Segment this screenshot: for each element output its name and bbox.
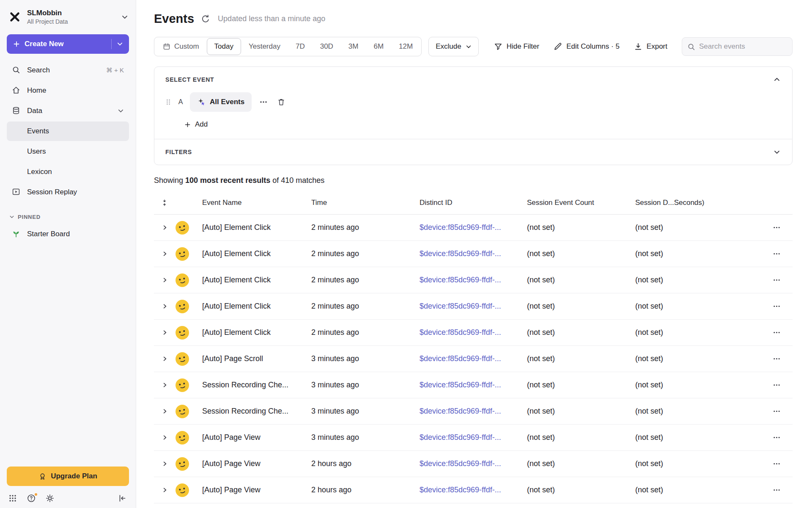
trash-icon[interactable] <box>275 96 287 108</box>
row-expand-chevron-icon[interactable] <box>161 433 169 442</box>
date-range-7d[interactable]: 7D <box>288 38 313 55</box>
row-expand-chevron-icon[interactable] <box>161 224 169 232</box>
row-actions-button[interactable] <box>771 274 782 286</box>
column-header-distinct-id[interactable]: Distinct ID <box>420 199 527 207</box>
page-title: Events <box>154 12 194 26</box>
sidebar-footer <box>0 490 136 505</box>
distinct-id-link[interactable]: $device:f85dc969-ffdf-... <box>420 302 501 310</box>
pencil-icon <box>554 42 562 51</box>
sidebar-item-users[interactable]: Users <box>7 142 129 161</box>
column-header-time[interactable]: Time <box>311 199 420 207</box>
table-row[interactable]: [Auto] Element Click 2 minutes ago $devi… <box>154 320 793 346</box>
gear-icon[interactable] <box>46 494 55 503</box>
row-expand-chevron-icon[interactable] <box>161 302 169 310</box>
hide-filter-button[interactable]: Hide Filter <box>494 42 539 51</box>
time-cell: 3 minutes ago <box>311 354 420 363</box>
date-range-custom[interactable]: Custom <box>155 38 207 55</box>
row-expand-chevron-icon[interactable] <box>161 276 169 284</box>
distinct-id-link[interactable]: $device:f85dc969-ffdf-... <box>420 223 501 232</box>
row-actions-button[interactable] <box>771 458 782 469</box>
row-actions-button[interactable] <box>771 406 782 417</box>
time-cell: 2 minutes ago <box>311 328 420 337</box>
table-row[interactable]: [Auto] Element Click 2 minutes ago $devi… <box>154 215 793 241</box>
sidebar-item-starter-board[interactable]: Starter Board <box>7 224 129 244</box>
table-row[interactable]: [Auto] Element Click 2 minutes ago $devi… <box>154 241 793 267</box>
row-expand-chevron-icon[interactable] <box>161 381 169 389</box>
date-range-6m[interactable]: 6M <box>366 38 391 55</box>
row-expand-chevron-icon[interactable] <box>161 486 169 494</box>
export-button[interactable]: Export <box>634 42 667 51</box>
add-event-button[interactable]: Add <box>184 120 208 129</box>
column-header-session-event-count[interactable]: Session Event Count <box>527 199 635 207</box>
column-header-session-duration[interactable]: Session D...Seconds) <box>635 199 760 207</box>
row-actions-button[interactable] <box>771 484 782 496</box>
table-row[interactable]: [Auto] Element Click 2 minutes ago $devi… <box>154 267 793 293</box>
distinct-id-link[interactable]: $device:f85dc969-ffdf-... <box>420 249 501 258</box>
upgrade-plan-button[interactable]: Upgrade Plan <box>7 467 129 486</box>
date-range-12m[interactable]: 12M <box>391 38 420 55</box>
help-icon[interactable] <box>27 494 36 503</box>
table-row[interactable]: [Auto] Page View 3 minutes ago $device:f… <box>154 425 793 451</box>
distinct-id-link[interactable]: $device:f85dc969-ffdf-... <box>420 459 501 468</box>
search-events-box[interactable] <box>682 37 793 56</box>
sidebar-item-search[interactable]: Search ⌘ + K <box>7 61 129 80</box>
session-duration-cell: (not set) <box>635 302 760 311</box>
expand-section-chevron-down-icon[interactable] <box>773 148 781 156</box>
pinned-section-header[interactable]: PINNED <box>0 202 136 224</box>
event-options-button[interactable] <box>258 96 269 108</box>
create-new-button[interactable]: Create New <box>7 34 129 54</box>
session-duration-cell: (not set) <box>635 486 760 494</box>
date-range-3m[interactable]: 3M <box>341 38 366 55</box>
row-actions-button[interactable] <box>771 432 782 443</box>
date-range-today[interactable]: Today <box>207 38 241 55</box>
table-row[interactable]: Session Recording Che... 3 minutes ago $… <box>154 372 793 398</box>
search-events-input[interactable] <box>699 42 787 51</box>
session-duration-cell: (not set) <box>635 433 760 442</box>
row-actions-button[interactable] <box>771 327 782 338</box>
collapse-section-chevron-up-icon[interactable] <box>773 75 781 84</box>
distinct-id-link[interactable]: $device:f85dc969-ffdf-... <box>420 486 501 494</box>
table-row[interactable]: [Auto] Form Submit 2 hours ago $device:f… <box>154 503 793 508</box>
workspace-switcher[interactable]: SLMobbin All Project Data <box>0 0 136 33</box>
session-event-count-cell: (not set) <box>527 459 635 468</box>
drag-handle-icon[interactable] <box>165 98 171 106</box>
sidebar-item-label: Data <box>27 107 42 115</box>
row-actions-button[interactable] <box>771 248 782 260</box>
date-range-30d[interactable]: 30D <box>313 38 341 55</box>
table-row[interactable]: [Auto] Page Scroll 3 minutes ago $device… <box>154 346 793 372</box>
distinct-id-link[interactable]: $device:f85dc969-ffdf-... <box>420 433 501 442</box>
row-expand-chevron-icon[interactable] <box>161 250 169 258</box>
distinct-id-link[interactable]: $device:f85dc969-ffdf-... <box>420 328 501 337</box>
collapse-sidebar-icon[interactable] <box>118 494 127 503</box>
sidebar-item-lexicon[interactable]: Lexicon <box>7 162 129 182</box>
row-expand-chevron-icon[interactable] <box>161 407 169 415</box>
row-actions-button[interactable] <box>771 353 782 364</box>
date-range-yesterday[interactable]: Yesterday <box>241 38 288 55</box>
sidebar-item-data[interactable]: Data <box>7 101 129 121</box>
table-row[interactable]: [Auto] Element Click 2 minutes ago $devi… <box>154 293 793 320</box>
row-expand-chevron-icon[interactable] <box>161 329 169 337</box>
event-name-cell: [Auto] Element Click <box>202 328 311 337</box>
apps-grid-icon[interactable] <box>8 494 18 503</box>
row-actions-button[interactable] <box>771 222 782 233</box>
sidebar-item-home[interactable]: Home <box>7 81 129 100</box>
table-row[interactable]: [Auto] Page View 2 hours ago $device:f85… <box>154 451 793 477</box>
table-row[interactable]: Session Recording Che... 3 minutes ago $… <box>154 398 793 425</box>
all-events-chip[interactable]: All Events <box>190 92 252 112</box>
row-expand-chevron-icon[interactable] <box>161 460 169 468</box>
edit-columns-button[interactable]: Edit Columns · 5 <box>554 42 620 51</box>
distinct-id-link[interactable]: $device:f85dc969-ffdf-... <box>420 407 501 415</box>
exclude-dropdown[interactable]: Exclude <box>428 37 478 56</box>
column-header-event-name[interactable]: Event Name <box>202 199 311 207</box>
distinct-id-link[interactable]: $device:f85dc969-ffdf-... <box>420 276 501 284</box>
distinct-id-link[interactable]: $device:f85dc969-ffdf-... <box>420 354 501 363</box>
table-row[interactable]: [Auto] Page View 2 hours ago $device:f85… <box>154 477 793 503</box>
row-expand-chevron-icon[interactable] <box>161 355 169 363</box>
row-actions-button[interactable] <box>771 301 782 312</box>
distinct-id-link[interactable]: $device:f85dc969-ffdf-... <box>420 381 501 389</box>
sidebar-item-session-replay[interactable]: Session Replay <box>7 182 129 202</box>
collapse-all-rows-icon[interactable] <box>160 198 169 207</box>
refresh-icon[interactable] <box>201 14 211 24</box>
sidebar-item-events[interactable]: Events <box>7 121 129 141</box>
row-actions-button[interactable] <box>771 379 782 391</box>
